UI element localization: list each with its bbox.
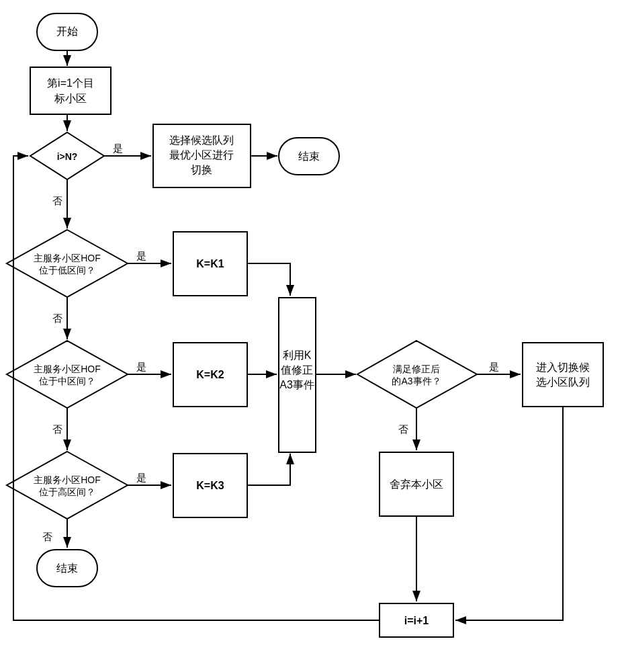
k2-label: K=K2 bbox=[196, 369, 224, 380]
yes-2: 是 bbox=[136, 250, 146, 261]
flowchart: 开始 第i=1个目 标小区 i>N? 是 选择候选队列 最优小区进行 切换 结束… bbox=[0, 0, 622, 672]
enter-queue-node: 进入切换候 选小区队列 bbox=[523, 343, 603, 407]
d3-l2: 位于高区间？ bbox=[39, 487, 95, 497]
enter-l2: 选小区队列 bbox=[536, 376, 590, 388]
start-node: 开始 bbox=[37, 13, 97, 50]
k2-node: K=K2 bbox=[173, 343, 247, 407]
k1-node: K=K1 bbox=[173, 232, 247, 296]
loop-condition: i>N? bbox=[30, 132, 104, 179]
no-4: 否 bbox=[42, 531, 52, 542]
yes-5: 是 bbox=[489, 361, 499, 372]
d1-low: 主服务小区HOF 位于低区间？ bbox=[7, 230, 128, 297]
yes-4: 是 bbox=[136, 472, 146, 483]
no-1: 否 bbox=[52, 195, 62, 206]
d3-high: 主服务小区HOF 位于高区间？ bbox=[7, 452, 128, 519]
init-node: 第i=1个目 标小区 bbox=[30, 67, 111, 114]
yes-1: 是 bbox=[113, 142, 123, 154]
select-best-node: 选择候选队列 最优小区进行 切换 bbox=[153, 124, 251, 187]
d2-mid: 主服务小区HOF 位于中区间？ bbox=[7, 341, 128, 408]
k3-label: K=K3 bbox=[196, 480, 224, 491]
correct-l3: A3事件 bbox=[279, 379, 314, 390]
loop-label: i>N? bbox=[57, 151, 78, 162]
no-3: 否 bbox=[52, 423, 62, 435]
d1-l1: 主服务小区HOF bbox=[34, 253, 101, 263]
discard-label: 舍弃本小区 bbox=[390, 478, 443, 490]
start-label: 开始 bbox=[56, 26, 78, 37]
satisfy-a3: 满足修正后 的A3事件？ bbox=[357, 341, 477, 408]
k1-label: K=K1 bbox=[196, 258, 224, 269]
no-2: 否 bbox=[52, 312, 62, 324]
svg-marker-14 bbox=[7, 341, 128, 408]
svg-marker-10 bbox=[7, 230, 128, 297]
end1-label: 结束 bbox=[298, 151, 320, 162]
svg-rect-28 bbox=[523, 343, 603, 407]
select-l3: 切换 bbox=[191, 164, 212, 175]
k3-node: K=K3 bbox=[173, 454, 247, 517]
end1-node: 结束 bbox=[279, 138, 339, 175]
satisfy-l2: 的A3事件？ bbox=[392, 376, 441, 386]
d2-l2: 位于中区间？ bbox=[39, 376, 95, 386]
d2-l1: 主服务小区HOF bbox=[34, 364, 101, 374]
increment-node: i=i+1 bbox=[380, 603, 453, 637]
d3-l1: 主服务小区HOF bbox=[34, 474, 101, 485]
enter-l1: 进入切换候 bbox=[536, 362, 590, 373]
end2-node: 结束 bbox=[37, 550, 97, 587]
svg-marker-19 bbox=[7, 452, 128, 519]
increment-label: i=i+1 bbox=[404, 615, 429, 626]
discard-node: 舍弃本小区 bbox=[380, 452, 453, 516]
d1-l2: 位于低区间？ bbox=[39, 265, 95, 276]
end2-label: 结束 bbox=[56, 562, 78, 574]
init-l1: 第i=1个目 bbox=[47, 77, 94, 89]
correct-l2: 值修正 bbox=[281, 364, 313, 376]
satisfy-l1: 满足修正后 bbox=[393, 364, 440, 374]
yes-3: 是 bbox=[136, 361, 146, 372]
select-l1: 选择候选队列 bbox=[169, 134, 234, 146]
svg-marker-26 bbox=[357, 341, 477, 408]
select-l2: 最优小区进行 bbox=[169, 149, 234, 161]
svg-rect-2 bbox=[30, 67, 111, 114]
no-5: 否 bbox=[398, 423, 408, 435]
init-l2: 标小区 bbox=[54, 93, 87, 104]
correct-a3-node: 利用K 值修正 A3事件 bbox=[279, 298, 316, 452]
correct-l1: 利用K bbox=[283, 349, 312, 361]
